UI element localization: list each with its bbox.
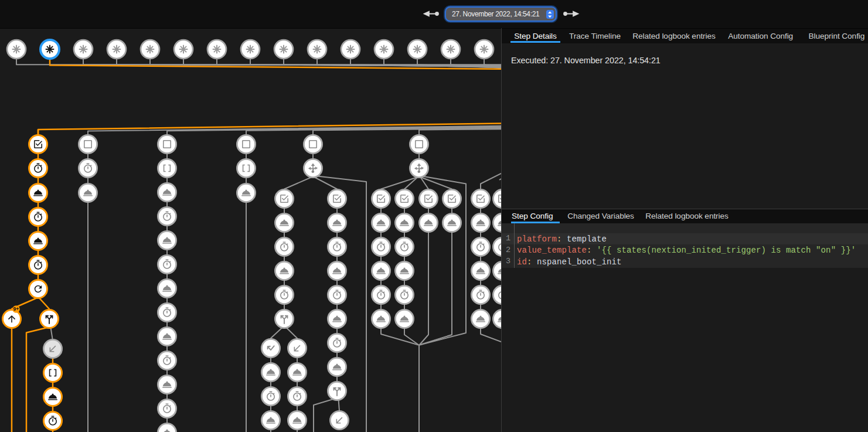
svg-text:9+: 9+ [13,306,19,312]
